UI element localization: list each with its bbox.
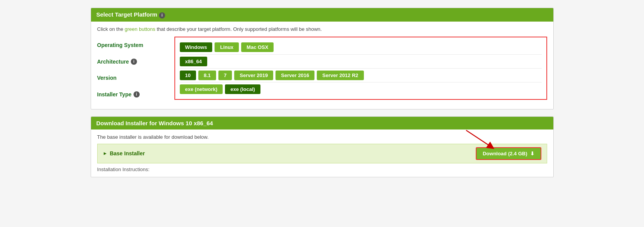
select-platform-card: Select Target Platform i Click on the gr… [91, 8, 554, 109]
arch-options-row: x86_64 [180, 54, 542, 68]
download-installer-card: Download Installer for Windows 10 x86_64… [91, 116, 554, 177]
version-7-button[interactable]: 7 [218, 71, 232, 80]
os-options-row: Windows Linux Mac OSX [180, 40, 542, 54]
instruction-text: Click on the green buttons that describe… [97, 26, 547, 32]
labels-column: Operating System Architecture i Version … [97, 37, 174, 103]
select-platform-header: Select Target Platform i [91, 8, 553, 22]
version-server2012-button[interactable]: Server 2012 R2 [317, 71, 363, 80]
installation-instructions: Installation Instructions: [97, 163, 547, 172]
version-81-button[interactable]: 8.1 [198, 71, 216, 80]
version-label: Version [97, 70, 174, 86]
version-options-row: 10 8.1 7 Server 2019 Server 2016 Server … [180, 68, 542, 82]
version-10-button[interactable]: 10 [180, 71, 196, 80]
installer-type-info-icon[interactable]: i [134, 91, 140, 98]
svg-line-0 [466, 130, 491, 147]
select-platform-body: Click on the green buttons that describe… [91, 22, 553, 109]
select-platform-title: Select Target Platform [96, 11, 157, 18]
version-server2016-button[interactable]: Server 2016 [276, 71, 314, 80]
os-windows-button[interactable]: Windows [180, 42, 213, 52]
installer-type-label: Installer Type i [97, 86, 174, 103]
os-macosx-button[interactable]: Mac OSX [241, 42, 274, 52]
download-installer-header: Download Installer for Windows 10 x86_64 [91, 117, 553, 129]
version-server2019-button[interactable]: Server 2019 [234, 71, 273, 80]
download-installer-body: The base installer is available for down… [91, 129, 553, 177]
installer-type-options-row: exe (network) exe (local) [180, 82, 542, 96]
chevron-right-icon: ► [103, 151, 108, 156]
base-installer-container: ► Base Installer Download (2.4 GB) ⬇ [97, 144, 547, 163]
installer-exe-local-button[interactable]: exe (local) [225, 84, 260, 94]
platform-selection-box: Windows Linux Mac OSX x86_64 10 8.1 7 Se… [174, 37, 547, 100]
os-label: Operating System [97, 37, 174, 54]
instruction-green-link: green buttons [125, 26, 156, 32]
platform-info-icon[interactable]: i [159, 12, 165, 18]
arch-info-icon[interactable]: i [131, 59, 137, 65]
download-icon: ⬇ [530, 151, 534, 156]
arch-x86-64-button[interactable]: x86_64 [180, 57, 207, 66]
arch-label: Architecture i [97, 54, 174, 70]
installer-exe-network-button[interactable]: exe (network) [180, 84, 223, 94]
arrow-annotation [462, 128, 497, 150]
os-linux-button[interactable]: Linux [215, 42, 239, 52]
download-installer-title: Download Installer for Windows 10 x86_64 [96, 120, 213, 126]
download-button-label: Download (2.4 GB) [483, 151, 527, 156]
base-installer-label: ► Base Installer [103, 150, 145, 156]
